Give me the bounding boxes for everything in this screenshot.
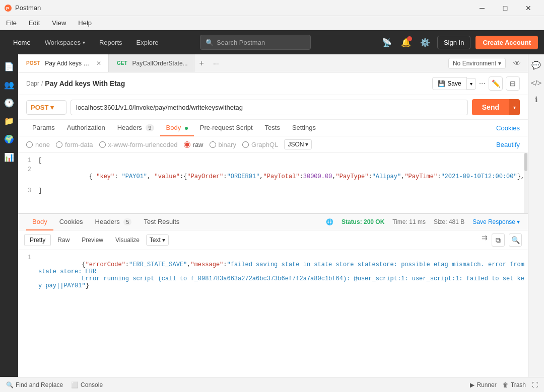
sign-in-button[interactable]: Sign In xyxy=(437,36,470,49)
titlebar-left: P Postman xyxy=(4,4,41,12)
tabs-right: No Environment ▾ 👁 xyxy=(444,54,528,72)
method-selector[interactable]: POST ▾ xyxy=(26,100,66,115)
response-tab-headers[interactable]: Headers 5 xyxy=(89,214,138,230)
response-text-selector[interactable]: Text ▾ xyxy=(146,234,169,246)
tab-headers[interactable]: Headers 9 xyxy=(111,120,160,136)
url-input[interactable] xyxy=(71,100,468,115)
rpanel-info-icon[interactable]: ℹ xyxy=(529,93,543,107)
content-area: POST Pay Add keys Wit... ✕ GET PayCallOr… xyxy=(18,54,528,377)
body-opt-raw[interactable]: raw xyxy=(184,141,203,148)
tab-1[interactable]: GET PayCallOrderState... xyxy=(109,54,194,72)
menu-edit[interactable]: Edit xyxy=(27,18,42,28)
send-button-group: Send ▾ xyxy=(472,99,520,115)
environment-selector[interactable]: No Environment ▾ xyxy=(448,58,506,69)
body-opt-graphql[interactable]: GraphQL xyxy=(242,141,278,148)
split-view-button[interactable]: ⊟ xyxy=(506,76,520,91)
body-opt-formdata[interactable]: form-data xyxy=(56,141,93,148)
bell-icon[interactable]: 🔔 xyxy=(399,35,413,49)
filter-icon[interactable]: ⇉ xyxy=(482,233,488,247)
tab-method-1: GET xyxy=(115,60,129,66)
search-bar[interactable]: 🔍 Search Postman xyxy=(200,35,311,50)
chevron-down-icon: ▾ xyxy=(50,104,54,111)
sidebar-icon-monitor[interactable]: 📊 xyxy=(1,149,17,165)
sidebar-icon-environment[interactable]: 🌍 xyxy=(1,131,17,147)
editor-scrollbar[interactable] xyxy=(524,153,528,213)
create-account-button[interactable]: Create Account xyxy=(475,36,538,49)
tab-prerequest[interactable]: Pre-request Script xyxy=(194,120,259,136)
code-line-1: 1 [ xyxy=(18,157,528,166)
save-response-button[interactable]: Save Response ▾ xyxy=(472,218,520,225)
right-panel: 💬 </> ℹ xyxy=(528,54,544,377)
tab-tests[interactable]: Tests xyxy=(259,120,286,136)
search-response-button[interactable]: 🔍 xyxy=(509,233,522,247)
settings-icon[interactable]: ⚙️ xyxy=(418,35,432,49)
fmt-tab-pretty[interactable]: Pretty xyxy=(24,234,51,246)
eye-icon[interactable]: 👁 xyxy=(510,56,524,70)
rpanel-code-icon[interactable]: </> xyxy=(529,75,543,90)
nav-reports[interactable]: Reports xyxy=(92,36,129,49)
edit-icon-button[interactable]: ✏️ xyxy=(489,76,503,91)
code-editor[interactable]: 1 [ 2 { "key": "PAY01", "value":{"PayOrd… xyxy=(18,153,528,213)
terminal-icon: ⬜ xyxy=(71,381,79,388)
tab-close-0[interactable]: ✕ xyxy=(95,59,102,68)
tab-authorization[interactable]: Authorization xyxy=(61,120,111,136)
breadcrumb-folder: Dapr xyxy=(26,80,39,87)
body-opt-binary[interactable]: binary xyxy=(210,141,236,148)
close-button[interactable]: ✕ xyxy=(517,0,540,16)
fmt-tab-raw[interactable]: Raw xyxy=(52,234,75,246)
minimize-button[interactable]: ─ xyxy=(470,0,494,16)
send-button[interactable]: Send xyxy=(472,99,509,115)
tab-params[interactable]: Params xyxy=(26,120,61,136)
body-opt-none[interactable]: none xyxy=(26,141,50,148)
code-line-3: 3 ] xyxy=(18,187,528,196)
save-main-button[interactable]: 💾 Save xyxy=(432,77,466,90)
breadcrumb-separator: / xyxy=(41,80,43,87)
menubar: File Edit View Help xyxy=(0,16,544,30)
tab-settings[interactable]: Settings xyxy=(286,120,322,136)
copy-icon-button[interactable]: ⧉ xyxy=(492,233,505,247)
tab-add-button[interactable]: + xyxy=(194,54,209,72)
nav-home[interactable]: Home xyxy=(6,36,38,49)
response-tab-body[interactable]: Body xyxy=(26,214,53,230)
satellite-icon[interactable]: 📡 xyxy=(380,35,394,49)
maximize-button[interactable]: □ xyxy=(494,0,517,16)
cookies-link[interactable]: Cookies xyxy=(496,124,520,132)
fmt-tab-visualize[interactable]: Visualize xyxy=(110,234,145,246)
sidebar-icon-history[interactable]: 🕐 xyxy=(1,95,17,111)
tab-body[interactable]: Body xyxy=(160,120,194,136)
menu-view[interactable]: View xyxy=(50,18,68,28)
tab-more-button[interactable]: ··· xyxy=(209,54,223,72)
rpanel-comment-icon[interactable]: 💬 xyxy=(529,58,543,72)
response-body: 1 {"errorCode":"ERR_STATE_SAVE","message… xyxy=(18,250,528,377)
request-tabs: Params Authorization Headers 9 Body Pre-… xyxy=(18,120,528,136)
tab-0[interactable]: POST Pay Add keys Wit... ✕ xyxy=(18,54,109,72)
beautify-button[interactable]: Beautify xyxy=(496,141,520,148)
response-tab-cookies[interactable]: Cookies xyxy=(53,214,89,230)
save-dropdown-button[interactable]: ▾ xyxy=(467,78,476,90)
json-format-selector[interactable]: JSON ▾ xyxy=(284,139,312,149)
find-replace-button[interactable]: 🔍 Find and Replace xyxy=(6,381,63,388)
save-label: Save xyxy=(447,80,461,87)
response-tab-testresults[interactable]: Test Results xyxy=(138,214,185,230)
tab-name-1: PayCallOrderState... xyxy=(132,60,188,67)
runner-button[interactable]: ▶ Runner xyxy=(470,381,496,388)
sidebar-icon-people[interactable]: 👥 xyxy=(1,76,17,93)
menu-file[interactable]: File xyxy=(4,18,19,28)
trash-button[interactable]: 🗑 Trash xyxy=(503,381,526,388)
fullscreen-button[interactable]: ⛶ xyxy=(532,381,538,388)
body-opt-urlencoded[interactable]: x-www-form-urlencoded xyxy=(99,141,178,148)
tab-method-0: POST xyxy=(24,60,42,66)
send-dropdown-button[interactable]: ▾ xyxy=(509,99,520,115)
chevron-down-icon: ▾ xyxy=(162,237,165,244)
nav-explore[interactable]: Explore xyxy=(129,36,166,49)
code-line-2: 2 { "key": "PAY01", "value":{"PayOrder":… xyxy=(18,166,528,187)
svg-text:P: P xyxy=(6,6,9,11)
nav-workspaces[interactable]: Workspaces ▾ xyxy=(38,36,92,49)
fmt-tab-preview[interactable]: Preview xyxy=(76,234,109,246)
sidebar-icon-collections[interactable]: 📁 xyxy=(1,113,17,129)
console-button[interactable]: ⬜ Console xyxy=(71,381,103,388)
sidebar-icon-new[interactable]: 📄 xyxy=(1,58,17,74)
menu-help[interactable]: Help xyxy=(76,18,94,28)
expand-icon: ⛶ xyxy=(532,381,538,388)
more-options-button[interactable]: ··· xyxy=(479,79,486,88)
